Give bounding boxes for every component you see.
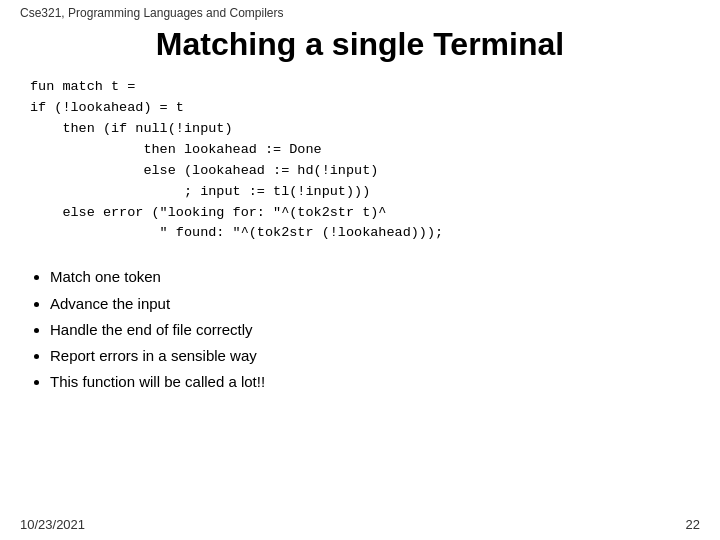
list-item: Advance the input	[50, 291, 690, 317]
code-block: fun match t = if (!lookahead) = t then (…	[0, 77, 720, 260]
footer: 10/23/2021 22	[20, 517, 700, 532]
list-item: Match one token	[50, 264, 690, 290]
bullet-list: Match one tokenAdvance the inputHandle t…	[0, 260, 720, 405]
course-label: Cse321, Programming Languages and Compil…	[0, 0, 720, 20]
list-item: Report errors in a sensible way	[50, 343, 690, 369]
page-title: Matching a single Terminal	[0, 20, 720, 77]
footer-date: 10/23/2021	[20, 517, 85, 532]
list-item: Handle the end of file correctly	[50, 317, 690, 343]
list-item: This function will be called a lot!!	[50, 369, 690, 395]
footer-page: 22	[686, 517, 700, 532]
